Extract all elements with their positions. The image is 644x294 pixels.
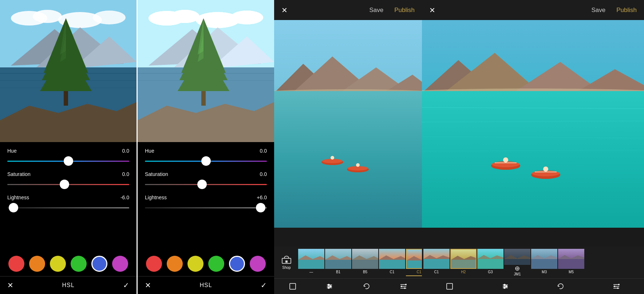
filter-strip-left: Shop [274,247,422,294]
hsl-title-left: HSL [62,282,74,289]
color-circles-right [138,251,274,276]
photo-panel-left: ✕ Save Publish [274,0,422,294]
svg-rect-92 [422,91,644,228]
hsl-left-controls: Hue 0.0 Saturation 0.0 Lightness -6. [0,142,137,251]
svg-rect-73 [290,283,296,289]
hue-thumb-right[interactable] [201,156,211,166]
filter-c1-selected-left[interactable]: C1 [406,249,422,276]
svg-rect-127 [558,259,584,269]
shop-label-left: Shop [282,266,291,270]
lake-photo-left [0,0,137,142]
svg-rect-128 [447,283,453,289]
publish-button-left[interactable]: Publish [394,7,415,14]
svg-rect-115 [477,259,503,269]
publish-button-right[interactable]: Publish [616,7,637,14]
hsl-close-right[interactable]: ✕ [145,281,151,290]
sat-track-left[interactable] [7,179,129,189]
close-button-left[interactable]: ✕ [281,7,288,14]
hsl-right-controls: Hue 0.0 Saturation 0.0 Lightness +6. [138,142,274,251]
photo-header-right: ✕ Save Publish [422,0,644,20]
filter-c1-right[interactable]: C1 [423,249,450,276]
filter-m5-right[interactable]: M5 [558,249,584,276]
color-red-right[interactable] [146,256,162,272]
filter-b5-label: B5 [363,270,367,274]
sat-thumb-left[interactable] [60,180,69,189]
svg-rect-109 [423,259,450,269]
hue-thumb-left[interactable] [64,156,73,166]
svg-point-83 [405,284,407,285]
sat-value-left: 0.0 [122,171,129,177]
svg-point-77 [328,284,329,286]
light-slider-group-right: Lightness +6.0 [145,195,267,213]
filter-none-left[interactable]: — [298,249,324,276]
filter-h2-right[interactable]: H2 [450,249,477,276]
color-blue-left[interactable] [91,256,107,272]
svg-point-78 [330,286,331,287]
hsl-check-left[interactable]: ✓ [123,281,129,290]
revert-btn-left[interactable] [348,282,385,290]
light-track-right[interactable] [145,203,267,213]
save-button-right[interactable]: Save [591,7,605,14]
sat-label-left: Saturation [7,171,31,177]
filter-jm1-right[interactable]: JM1 [504,249,530,276]
svg-rect-66 [352,260,378,269]
light-slider-group-left: Lightness -6.0 [7,195,129,213]
hue-slider-group-left: Hue 0.0 [7,148,129,166]
more-btn-right[interactable] [589,282,644,290]
photo-image-area-right [422,20,644,247]
color-circles-left [0,251,137,276]
filter-g3-right[interactable]: G3 [477,249,503,276]
hue-track-right[interactable] [145,156,267,166]
color-green-left[interactable] [71,256,87,272]
color-blue-right[interactable] [229,256,245,272]
color-orange-right[interactable] [167,256,183,272]
hue-slider-group-right: Hue 0.0 [145,148,267,166]
sat-thumb-right[interactable] [197,180,207,189]
light-thumb-right[interactable] [256,203,265,212]
filter-c1-left[interactable]: C1 [379,249,405,276]
svg-rect-112 [451,260,477,269]
filter-b5-left[interactable]: B5 [352,249,378,276]
hsl-check-right[interactable]: ✓ [261,281,267,290]
hue-value-right: 0.0 [260,148,267,154]
hsl-panel-right: Hue 0.0 Saturation 0.0 Lightness +6. [138,0,274,294]
filter-thumbnails-left: Shop [274,247,422,278]
hsl-close-left[interactable]: ✕ [7,281,13,290]
light-label-right: Lightness [145,195,167,200]
color-yellow-right[interactable] [187,256,204,272]
filter-b1-left[interactable]: B1 [325,249,351,276]
filter-m3-right-label: M3 [542,270,547,274]
filter-m3-right[interactable]: M3 [531,249,557,276]
light-thumb-left[interactable] [9,203,18,212]
adjust-btn-right[interactable] [478,282,533,290]
adjust-btn-left[interactable] [311,282,348,290]
more-btn-left[interactable] [385,282,422,290]
filter-strip-right: C1 [422,247,644,294]
shop-filter-btn-left[interactable]: Shop [276,249,297,276]
svg-point-79 [328,287,329,289]
color-yellow-left[interactable] [50,256,66,272]
sat-track-right[interactable] [145,179,267,189]
svg-rect-72 [407,260,422,269]
color-purple-left[interactable] [112,256,128,272]
hsl-panel-left: Hue 0.0 Saturation 0.0 Lightness -6. [0,0,137,294]
revert-btn-right[interactable] [533,282,589,290]
color-purple-right[interactable] [250,256,266,272]
bottom-toolbar-right [422,278,644,294]
save-button-left[interactable]: Save [369,7,383,14]
color-orange-left[interactable] [29,256,45,272]
crop-btn-right[interactable] [422,282,478,290]
color-green-right[interactable] [208,256,224,272]
light-track-left[interactable] [7,203,129,213]
crop-btn-left[interactable] [274,282,311,290]
hsl-bottom-bar-left: ✕ HSL ✓ [0,276,137,294]
close-button-right[interactable]: ✕ [429,7,435,14]
light-value-right: +6.0 [257,195,267,200]
filter-h2-right-label: H2 [461,270,466,274]
hue-track-left[interactable] [7,156,129,166]
filter-m5-right-label: M5 [569,270,574,274]
svg-point-55 [356,163,360,167]
svg-point-21 [170,10,199,23]
color-red-left[interactable] [8,256,24,272]
sat-slider-group-left: Saturation 0.0 [7,171,129,189]
